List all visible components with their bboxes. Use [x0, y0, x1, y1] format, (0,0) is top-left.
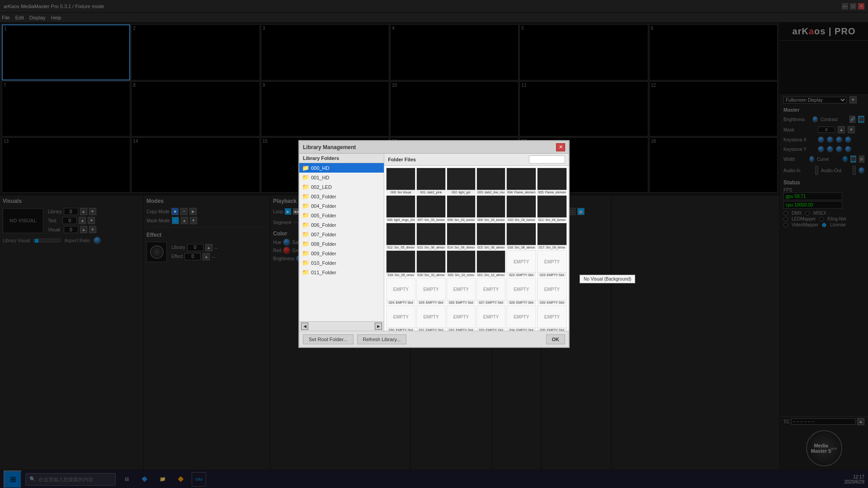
thumb-img-22: EMPTY [506, 250, 536, 273]
file-thumb-19[interactable]: 019: Src_10_almov [416, 250, 445, 277]
set-root-btn[interactable]: Set Root Folder... [303, 334, 354, 344]
file-thumb-5[interactable]: 005: Flame_elemen [537, 168, 567, 194]
file-thumb-0[interactable]: 000: No Visual [386, 168, 415, 194]
folder-item-4[interactable]: 📁004_Folder [299, 201, 384, 211]
file-thumb-34[interactable]: EMPTY034: EMPTY Slot [506, 305, 536, 331]
file-thumb-28[interactable]: EMPTY028: EMPTY Slot [506, 278, 536, 305]
file-thumb-26[interactable]: EMPTY026: EMPTY Slot [447, 278, 476, 305]
folder-icon-3: 📁 [302, 193, 309, 200]
file-thumb-31[interactable]: EMPTY031: EMPTY Slot [416, 305, 445, 331]
file-thumb-7[interactable]: 007: Src_03_lumov [416, 195, 445, 222]
file-thumb-10[interactable]: 010: Src_04_lumov [506, 195, 536, 222]
thumb-label-34: 034: EMPTY Slot [506, 328, 536, 331]
file-thumb-9[interactable]: 009: Src_04_lumov [476, 195, 505, 222]
file-thumb-23[interactable]: EMPTY023: EMPTY Slot [537, 250, 567, 277]
file-thumb-35[interactable]: EMPTY035: EMPTY Slot [537, 305, 567, 331]
file-thumb-33[interactable]: EMPTY033: EMPTY Slot [476, 305, 505, 331]
file-thumb-15[interactable]: 015: Src_06_almov [476, 223, 505, 249]
thumb-label-15: 015: Src_06_almov [476, 245, 505, 249]
file-thumb-8[interactable]: 008: Src_03_lumov [447, 195, 476, 222]
folder-item-10[interactable]: 📁010_Folder [299, 258, 384, 267]
thumb-img-27: EMPTY [476, 278, 505, 300]
thumb-label-31: 031: EMPTY Slot [416, 328, 445, 331]
folder-scroll-left[interactable]: ◀ [301, 323, 308, 330]
thumb-img-32: EMPTY [447, 305, 476, 328]
modal-titlebar: Library Management ✕ [299, 141, 569, 154]
refresh-btn[interactable]: Refresh Library... [357, 334, 407, 344]
folder-item-6[interactable]: 📁006_Folder [299, 220, 384, 230]
thumb-label-35: 035: EMPTY Slot [537, 328, 567, 331]
folder-item-7[interactable]: 📁007_Folder [299, 230, 384, 239]
folder-item-1[interactable]: 📁001_HD [299, 173, 384, 182]
file-thumb-2[interactable]: 002: light_gol [447, 168, 476, 194]
thumb-img-31: EMPTY [416, 305, 445, 328]
file-thumb-12[interactable]: 012: Src_05_dimov [386, 223, 415, 249]
file-thumb-11[interactable]: 011: Src_04_lumov [537, 195, 567, 222]
thumb-label-18: 018: Src_09_cmov [386, 273, 415, 277]
file-thumb-22[interactable]: EMPTY022: EMPTY Slot [506, 250, 536, 277]
file-thumb-30[interactable]: EMPTY030: EMPTY Slot [386, 305, 415, 331]
thumb-label-23: 023: EMPTY Slot [537, 273, 567, 277]
thumb-label-28: 028: EMPTY Slot [506, 300, 536, 305]
folder-icon-5: 📁 [302, 212, 309, 219]
modal-footer: Set Root Folder... Refresh Library... OK [299, 331, 569, 347]
folder-label-1: 001_HD [311, 175, 329, 180]
thumb-img-33: EMPTY [476, 305, 505, 328]
folder-item-3[interactable]: 📁003_Folder [299, 192, 384, 201]
thumb-img-3 [476, 168, 505, 190]
folder-icon-10: 📁 [302, 259, 309, 266]
file-thumb-24[interactable]: EMPTY024: EMPTY Slot [386, 278, 415, 305]
thumb-label-33: 033: EMPTY Slot [476, 328, 505, 331]
folder-label-0: 000_HD [311, 165, 329, 171]
file-thumb-17[interactable]: 017: Src_09_limov [537, 223, 567, 249]
ok-btn[interactable]: OK [546, 334, 566, 344]
thumb-img-30: EMPTY [386, 305, 415, 328]
thumb-label-1: 001: dab2_pink [416, 190, 445, 194]
file-thumb-13[interactable]: 013: Src_06_almov [416, 223, 445, 249]
files-search-input[interactable] [529, 155, 565, 164]
thumb-img-5 [537, 168, 567, 190]
folder-item-11[interactable]: 📁011_Folder [299, 267, 384, 277]
folder-item-8[interactable]: 📁008_Folder [299, 239, 384, 249]
thumb-label-6: 006: light_rings_2m [386, 218, 415, 222]
thumb-img-10 [506, 195, 536, 218]
file-thumb-21[interactable]: 021: Src_12_almov [476, 250, 505, 277]
thumb-img-25: EMPTY [416, 278, 445, 300]
file-thumb-18[interactable]: 018: Src_09_cmov [386, 250, 415, 277]
folder-label-4: 004_Folder [311, 203, 336, 209]
files-grid: 000: No Visual001: dab2_pink002: light_g… [384, 166, 569, 331]
folder-label-11: 011_Folder [311, 270, 336, 275]
thumb-label-12: 012: Src_05_dimov [386, 245, 415, 249]
folder-item-0[interactable]: 📁000_HD [299, 163, 384, 173]
folder-item-5[interactable]: 📁005_Folder [299, 211, 384, 220]
file-thumb-25[interactable]: EMPTY025: EMPTY Slot [416, 278, 445, 305]
file-thumb-20[interactable]: 020: Src_10_cmov [447, 250, 476, 277]
folder-scroll-btns: ◀ ▶ [299, 321, 384, 331]
file-thumb-32[interactable]: EMPTY032: EMPTY Slot [447, 305, 476, 331]
file-thumb-29[interactable]: EMPTY029: EMPTY Slot [537, 278, 567, 305]
thumb-img-13 [416, 223, 445, 245]
folder-icon-0: 📁 [302, 164, 309, 171]
folder-icon-7: 📁 [302, 231, 309, 238]
thumb-label-7: 007: Src_03_lumov [416, 218, 445, 222]
thumb-img-1 [416, 168, 445, 190]
modal-content: Library Folders 📁000_HD📁001_HD📁002_LED📁0… [299, 154, 569, 331]
file-thumb-1[interactable]: 001: dab2_pink [416, 168, 445, 194]
file-thumb-4[interactable]: 004: Flame_elemen [506, 168, 536, 194]
thumb-img-24: EMPTY [386, 278, 415, 300]
thumb-img-18 [386, 250, 415, 273]
folder-icon-8: 📁 [302, 240, 309, 247]
thumb-label-21: 021: Src_12_almov [476, 273, 505, 277]
modal-close-btn[interactable]: ✕ [556, 143, 565, 151]
folder-item-9[interactable]: 📁009_Folder [299, 249, 384, 258]
file-thumb-14[interactable]: 014: Src_06_dimov [447, 223, 476, 249]
thumb-label-10: 010: Src_04_lumov [506, 218, 536, 222]
file-thumb-6[interactable]: 006: light_rings_2m [386, 195, 415, 222]
folder-item-2[interactable]: 📁002_LED [299, 182, 384, 192]
file-thumb-16[interactable]: 016: Src_08_almov [506, 223, 536, 249]
file-thumb-27[interactable]: EMPTY027: EMPTY Slot [476, 278, 505, 305]
folder-scroll-right[interactable]: ▶ [375, 323, 382, 330]
thumb-img-7 [416, 195, 445, 218]
library-folders: Library Folders 📁000_HD📁001_HD📁002_LED📁0… [299, 154, 384, 331]
file-thumb-3[interactable]: 003: dab2_line_mu [476, 168, 505, 194]
